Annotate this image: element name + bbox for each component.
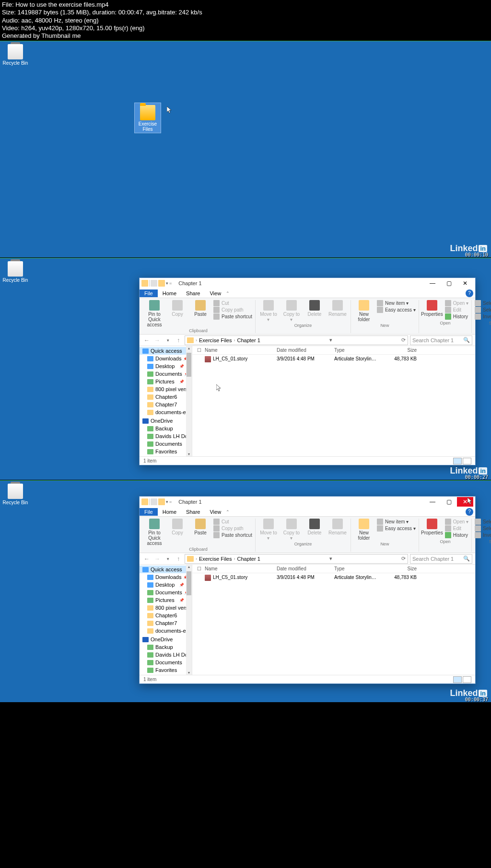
nav-documents2[interactable]: Documents: [140, 440, 192, 448]
pin-to-quick-access-button[interactable]: Pin to Quick access: [144, 519, 164, 546]
view-switcher[interactable]: [453, 676, 471, 683]
up-button[interactable]: ↑: [174, 555, 183, 563]
nav-documents2[interactable]: Documents: [140, 659, 192, 666]
properties-button[interactable]: Properties: [422, 519, 442, 535]
close-button[interactable]: ✕: [457, 278, 473, 288]
rename-button[interactable]: Rename: [327, 519, 348, 535]
nav-pictures[interactable]: Pictures📌: [140, 378, 192, 385]
cut-button[interactable]: Cut: [213, 300, 252, 306]
properties-button[interactable]: Properties: [422, 300, 442, 317]
recycle-bin-icon[interactable]: Recycle Bin: [2, 484, 29, 505]
rename-button[interactable]: Rename: [327, 300, 348, 317]
nav-favorites[interactable]: Favorites: [140, 666, 192, 674]
folder-icon[interactable]: [158, 498, 165, 505]
col-name[interactable]: Name: [203, 566, 275, 571]
paste-shortcut-button[interactable]: Paste shortcut: [213, 532, 252, 538]
navigation-pane[interactable]: Quick access Downloads📌 Desktop📌 Documen…: [140, 346, 192, 456]
col-type[interactable]: Type: [332, 347, 385, 353]
folder-icon[interactable]: [158, 280, 165, 287]
navigation-pane[interactable]: Quick access Downloads📌 Desktop📌 Documen…: [140, 565, 192, 675]
checkbox-column[interactable]: ☐: [195, 566, 203, 571]
col-size[interactable]: Size: [385, 566, 419, 571]
select-all-button[interactable]: Select all: [475, 519, 491, 525]
col-name[interactable]: Name: [203, 347, 275, 353]
copy-path-button[interactable]: Copy path: [213, 525, 252, 532]
nav-documents[interactable]: Documents📌: [140, 589, 192, 596]
nav-landon[interactable]: Landon Hotel D… ▾: [140, 455, 192, 456]
nav-onedrive[interactable]: OneDrive: [140, 636, 192, 643]
props-icon[interactable]: [151, 280, 157, 287]
back-button[interactable]: ←: [142, 555, 151, 563]
delete-button[interactable]: Delete: [304, 519, 325, 535]
details-view-icon[interactable]: [453, 676, 462, 683]
nav-desktop[interactable]: Desktop📌: [140, 362, 192, 370]
invert-selection-button[interactable]: Invert selection: [475, 532, 491, 538]
scrollbar[interactable]: ▴▾: [186, 346, 192, 456]
column-headers[interactable]: ☐ Name Date modified Type Size: [192, 565, 475, 573]
minimize-button[interactable]: —: [424, 497, 441, 507]
nav-onedrive[interactable]: OneDrive: [140, 417, 192, 425]
bc-chapter-1[interactable]: Chapter 1: [237, 556, 260, 562]
nav-chapter7[interactable]: Chapter7: [140, 401, 192, 408]
nav-chapter7[interactable]: Chapter7: [140, 619, 192, 627]
bc-dropdown[interactable]: ▾: [329, 556, 332, 562]
tab-home[interactable]: Home: [158, 508, 181, 516]
props-icon[interactable]: [151, 498, 157, 505]
exercise-files-folder[interactable]: Exercise Files: [134, 103, 161, 133]
breadcrumb[interactable]: › Exercise Files › Chapter 1 ▾ ⟳: [185, 336, 408, 345]
tab-view[interactable]: View: [205, 508, 226, 516]
copy-path-button[interactable]: Copy path: [213, 307, 252, 313]
file-list[interactable]: ☐ Name Date modified Type Size LH_C5_01.…: [192, 346, 475, 456]
recycle-bin-icon[interactable]: Recycle Bin: [2, 44, 29, 66]
history-button[interactable]: History: [445, 313, 468, 320]
open-button[interactable]: Open ▾: [445, 300, 468, 306]
move-to-button[interactable]: Move to ▾: [258, 519, 279, 541]
chevron-up-icon[interactable]: ⌃: [226, 509, 230, 514]
recent-dropdown[interactable]: ▾: [164, 336, 172, 345]
col-date[interactable]: Date modified: [275, 347, 332, 353]
open-button[interactable]: Open ▾: [445, 519, 468, 525]
file-explorer-window[interactable]: ▾ = Chapter 1 — ▢ ✕ File Home Share View…: [139, 278, 476, 465]
cut-button[interactable]: Cut: [213, 519, 252, 525]
move-to-button[interactable]: Move to ▾: [258, 300, 279, 322]
nav-quick-access[interactable]: Quick access: [140, 566, 192, 573]
tab-file[interactable]: File: [140, 289, 158, 297]
new-folder-button[interactable]: New folder: [354, 300, 374, 322]
history-button[interactable]: History: [445, 532, 468, 538]
forward-button[interactable]: →: [153, 555, 162, 563]
nav-backup[interactable]: Backup: [140, 643, 192, 651]
file-row[interactable]: LH_C5_01.story 3/9/2016 4:48 PM Articula…: [192, 355, 475, 364]
scrollbar-thumb[interactable]: [187, 353, 191, 377]
copy-button[interactable]: Copy: [167, 519, 187, 535]
tab-home[interactable]: Home: [158, 289, 181, 297]
help-icon[interactable]: ?: [466, 508, 473, 516]
recycle-bin-icon[interactable]: Recycle Bin: [2, 261, 29, 283]
easy-access-button[interactable]: Easy access ▾: [377, 525, 416, 532]
up-button[interactable]: ↑: [174, 336, 183, 345]
tab-file[interactable]: File: [140, 508, 158, 516]
nav-pictures[interactable]: Pictures📌: [140, 596, 192, 604]
nav-documents-exp[interactable]: documents-exp…: [140, 408, 192, 416]
maximize-button[interactable]: ▢: [441, 278, 457, 288]
nav-davids[interactable]: Davids LH Docs: [140, 651, 192, 659]
bc-dropdown[interactable]: ▾: [329, 337, 332, 343]
select-none-button[interactable]: Select none: [475, 525, 491, 532]
column-headers[interactable]: ☐ Name Date modified Type Size: [192, 346, 475, 355]
invert-selection-button[interactable]: Invert selection: [475, 313, 491, 320]
view-switcher[interactable]: [453, 458, 471, 464]
col-size[interactable]: Size: [385, 347, 419, 353]
easy-access-button[interactable]: Easy access ▾: [377, 307, 416, 313]
refresh-button[interactable]: ⟳: [401, 337, 406, 343]
paste-shortcut-button[interactable]: Paste shortcut: [213, 313, 252, 320]
nav-landon[interactable]: Landon Hotel D… ▾: [140, 674, 192, 675]
paste-button[interactable]: Paste: [190, 519, 210, 535]
nav-downloads[interactable]: Downloads📌: [140, 355, 192, 362]
copy-to-button[interactable]: Copy to ▾: [281, 519, 302, 541]
file-row[interactable]: LH_C5_01.story 3/9/2016 4:48 PM Articula…: [192, 573, 475, 582]
titlebar[interactable]: ▾ = Chapter 1 — ▢ ✕: [140, 278, 475, 289]
checkbox-column[interactable]: ☐: [195, 347, 203, 353]
col-type[interactable]: Type: [332, 566, 385, 571]
file-list[interactable]: ☐ Name Date modified Type Size LH_C5_01.…: [192, 565, 475, 675]
copy-to-button[interactable]: Copy to ▾: [281, 300, 302, 322]
details-view-icon[interactable]: [453, 458, 462, 464]
